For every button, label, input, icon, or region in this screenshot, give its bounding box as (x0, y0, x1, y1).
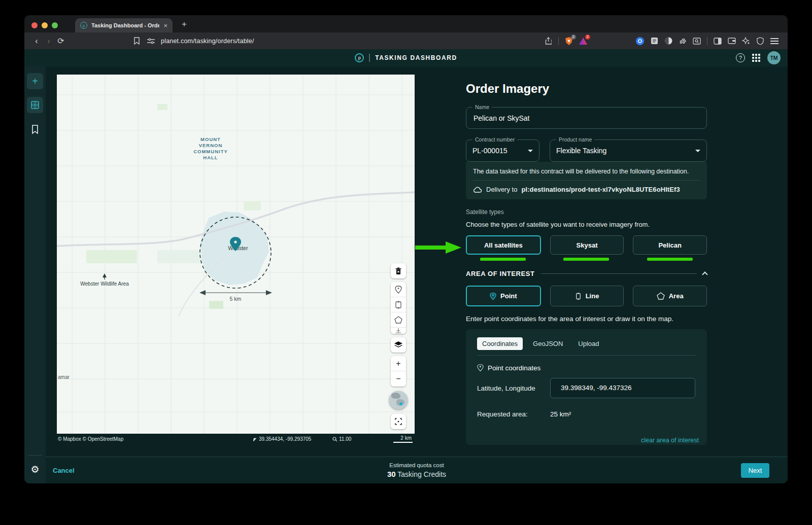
coordinates-card: Coordinates GeoJSON Upload Point coordin… (466, 329, 707, 445)
quota-summary: Estimated quota cost 30 Tasking Credits (387, 462, 446, 478)
map-label-wildlife: Webster Wildlife Area (80, 281, 129, 287)
delivery-note: The data tasked for this contract will b… (473, 168, 700, 175)
point-pin-icon (477, 364, 484, 372)
draw-polygon-button[interactable] (391, 312, 406, 328)
order-panel: Order Imagery Name Pelican or SkySat Con… (466, 66, 707, 445)
zoom-window-button[interactable] (52, 22, 58, 28)
aoi-section-header[interactable]: AREA OF INTEREST (466, 270, 707, 277)
next-button[interactable]: Next (741, 463, 769, 478)
cancel-button[interactable]: Cancel (53, 467, 75, 474)
magnifier-icon (332, 437, 337, 442)
zoom-out-button[interactable]: − (391, 371, 406, 387)
site-controls-icon[interactable] (146, 37, 155, 46)
bookmark-icon[interactable] (132, 37, 141, 46)
new-tab-button[interactable]: + (182, 19, 187, 29)
tab-upload[interactable]: Upload (573, 337, 604, 350)
draw-point-button[interactable] (391, 282, 406, 297)
name-field[interactable]: Name Pelican or SkySat (466, 107, 707, 129)
fullscreen-button[interactable] (391, 414, 406, 429)
extension-shield-icon[interactable]: 2 (564, 37, 573, 46)
window-controls (24, 22, 65, 32)
extension-triangle-icon[interactable]: 2 (579, 37, 588, 46)
satellite-all-button[interactable]: All satellites (466, 235, 541, 255)
latlng-input[interactable]: 39.398349, -99.437326 (550, 378, 695, 398)
delivery-prefix: Delivery to (486, 186, 517, 193)
map-canvas[interactable]: MOUNT VERNON COMMUNITY HALL Webster Wild… (57, 75, 415, 434)
new-order-button[interactable]: + (27, 73, 43, 89)
brand: p TASKING DASHBOARD (355, 53, 457, 62)
svg-text:5 km: 5 km (230, 296, 242, 302)
tab-strip: p Tasking Dashboard - Orders × + (24, 15, 788, 32)
product-name-select[interactable]: Product name Flexible Tasking (550, 139, 707, 162)
sparkle-icon[interactable] (741, 37, 751, 46)
satellite-types-description: Choose the types of satellite you want t… (466, 221, 707, 228)
sidebar-toggle-icon[interactable] (713, 37, 722, 46)
aoi-mode-area-button[interactable]: Area (633, 286, 707, 306)
svg-text:HALL: HALL (203, 155, 218, 160)
back-button[interactable]: ‹ (30, 37, 43, 46)
annotation-underlines (466, 258, 707, 261)
browser-toolbar: ‹ › ⟳ planet.com/tasking/orders/table/ 2… (24, 32, 788, 49)
globe-basemap-button[interactable] (389, 391, 408, 409)
map-label-poi: MOUNT (200, 136, 221, 142)
cursor-icon (252, 437, 257, 441)
satellite-skysat-button[interactable]: Skysat (550, 235, 624, 255)
url-text[interactable]: planet.com/tasking/orders/table/ (161, 38, 254, 45)
aoi-description: Enter point coordinates for the area of … (466, 315, 707, 323)
main-content: MOUNT VERNON COMMUNITY HALL Webster Wild… (46, 66, 788, 457)
search-tabs-icon[interactable] (692, 37, 701, 46)
map-scale: 2 km (393, 435, 413, 443)
chevron-down-icon (528, 150, 533, 152)
map-status-bar: © Mapbox © OpenStreetMap 39.354434, -99.… (57, 435, 415, 443)
orders-table-button[interactable] (27, 97, 43, 113)
chevron-up-icon[interactable] (702, 271, 707, 277)
planet-logo-icon: p (355, 53, 364, 62)
draw-tool-partial-button[interactable] (391, 328, 406, 334)
delivery-info-box: The data tasked for this contract will b… (466, 162, 707, 199)
aoi-mode-line-button[interactable]: Line (550, 286, 624, 306)
zoom-in-button[interactable]: + (391, 356, 406, 371)
contract-number-select[interactable]: Contract number PL-000015 (466, 139, 539, 162)
page-title: Order Imagery (466, 82, 707, 96)
satellite-pelican-button[interactable]: Pelican (633, 235, 707, 255)
line-tool-icon (575, 292, 582, 300)
circle-extension-icon[interactable] (664, 37, 673, 46)
point-coordinates-label: Point coordinates (488, 364, 540, 372)
password-manager-icon[interactable] (635, 37, 645, 46)
svg-text:VERNON: VERNON (199, 143, 223, 148)
browser-tab[interactable]: p Tasking Dashboard - Orders × (75, 18, 173, 32)
wallet-icon[interactable] (727, 37, 736, 46)
tab-geojson[interactable]: GeoJSON (528, 337, 568, 350)
tab-close-icon[interactable]: × (163, 22, 167, 29)
help-icon[interactable]: ? (736, 53, 745, 62)
clear-aoi-link[interactable]: clear area of interest (641, 437, 699, 444)
menu-icon[interactable] (770, 37, 779, 46)
quota-value: 30 (387, 470, 396, 478)
apps-grid-icon[interactable] (752, 54, 760, 62)
sidebar: + ⚙ (24, 66, 46, 483)
point-pin-icon (490, 292, 496, 300)
app-title: TASKING DASHBOARD (375, 54, 457, 61)
share-icon[interactable] (544, 37, 553, 46)
tab-title: Tasking Dashboard - Orders (91, 22, 159, 28)
reload-button[interactable]: ⟳ (55, 36, 67, 46)
settings-gear-icon[interactable]: ⚙ (30, 464, 39, 475)
avatar[interactable]: TM (767, 51, 781, 64)
privacy-shield-icon[interactable] (756, 37, 765, 46)
tab-coordinates[interactable]: Coordinates (477, 337, 523, 350)
extensions-puzzle-icon[interactable] (678, 37, 687, 46)
notes-extension-icon[interactable] (650, 37, 659, 46)
aoi-mode-point-button[interactable]: Point (466, 286, 541, 306)
close-window-button[interactable] (31, 22, 38, 28)
draw-line-button[interactable] (391, 297, 406, 312)
browser-window: p Tasking Dashboard - Orders × + ‹ › ⟳ p… (24, 15, 788, 483)
layers-button[interactable] (391, 337, 406, 353)
forward-button[interactable]: › (43, 37, 55, 46)
minimize-window-button[interactable] (42, 22, 48, 28)
delete-aoi-button[interactable] (391, 263, 406, 278)
saved-bookmark-icon[interactable] (31, 125, 39, 134)
contract-number-value: PL-000015 (472, 147, 507, 155)
cursor-coordinates: 39.354434, -99.293705 (252, 436, 311, 442)
cloud-icon (473, 187, 482, 193)
map-attribution[interactable]: © Mapbox © OpenStreetMap (58, 436, 123, 442)
